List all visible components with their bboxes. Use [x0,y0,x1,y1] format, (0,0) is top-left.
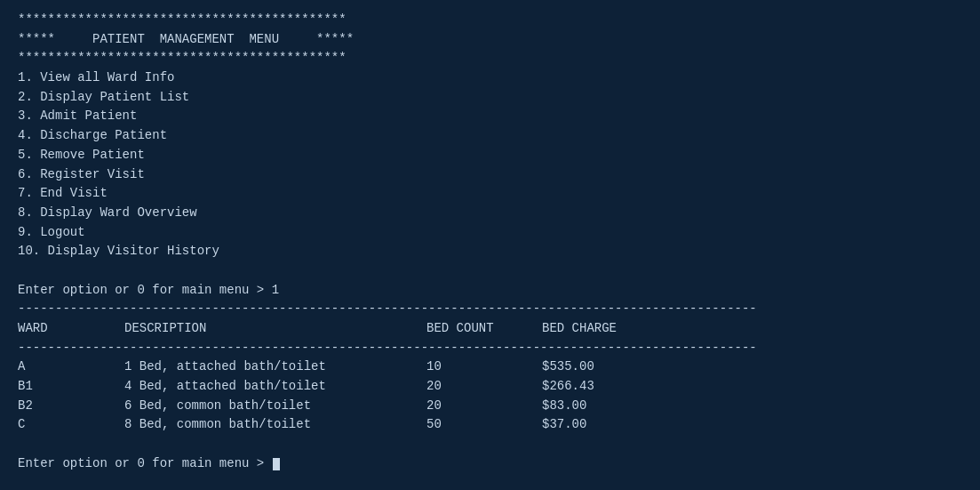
col-ward-header: WARD [18,319,124,339]
spacer-2 [18,435,962,454]
menu-item-8: 8. Display Ward Overview [18,204,962,223]
cell-ward: B2 [18,397,124,416]
cell-description: 8 Bed, common bath/toilet [124,415,426,435]
prompt-2-line[interactable]: Enter option or 0 for main menu > [18,454,962,474]
menu-item-10: 10. Display Visitor History [18,242,962,261]
cell-bed-count: 20 [426,377,542,397]
table-row: C8 Bed, common bath/toilet50$37.00 [18,415,962,435]
terminal-window: ****************************************… [0,0,980,490]
header-title: ***** PATIENT MANAGEMENT MENU ***** [18,30,962,50]
menu-item-2: 2. Display Patient List [18,88,962,108]
cell-ward: A [18,357,124,377]
cell-description: 6 Bed, common bath/toilet [124,397,426,416]
cell-ward: C [18,415,124,435]
cell-bed-count: 20 [426,397,542,416]
header-stars-top: ****************************************… [18,11,962,30]
menu-item-4: 4. Discharge Patient [18,126,962,146]
cell-description: 4 Bed, attached bath/toilet [124,377,426,397]
prompt-1: Enter option or 0 for main menu > 1 [18,281,962,301]
cell-ward: B1 [18,377,124,397]
divider-top: ----------------------------------------… [18,300,962,319]
table-row: A1 Bed, attached bath/toilet10$535.00 [18,357,962,377]
table-row: B26 Bed, common bath/toilet20$83.00 [18,397,962,416]
col-charge-header: BED CHARGE [542,319,649,339]
cursor [273,458,280,470]
table-row: B14 Bed, attached bath/toilet20$266.43 [18,377,962,397]
cell-bed-charge: $266.43 [542,377,649,397]
table-header-row: WARDDESCRIPTIONBED COUNTBED CHARGE [18,319,962,339]
col-desc-header: DESCRIPTION [124,319,426,339]
menu-item-3: 3. Admit Patient [18,107,962,126]
spacer-1 [18,261,962,281]
table-body: A1 Bed, attached bath/toilet10$535.00B14… [18,357,962,435]
cell-bed-charge: $37.00 [542,415,649,435]
prompt-2-text: Enter option or 0 for main menu > [18,454,272,474]
menu-item-1: 1. View all Ward Info [18,68,962,88]
header-stars-bottom: ****************************************… [18,49,962,68]
cell-description: 1 Bed, attached bath/toilet [124,357,426,377]
cell-bed-charge: $83.00 [542,397,649,416]
col-bed-header: BED COUNT [426,319,542,339]
cell-bed-count: 50 [426,415,542,435]
menu-item-6: 6. Register Visit [18,165,962,185]
cell-bed-count: 10 [426,357,542,377]
menu-item-5: 5. Remove Patient [18,146,962,165]
divider-bottom: ----------------------------------------… [18,339,962,358]
menu-item-9: 9. Logout [18,223,962,243]
cell-bed-charge: $535.00 [542,357,649,377]
menu-item-7: 7. End Visit [18,184,962,204]
